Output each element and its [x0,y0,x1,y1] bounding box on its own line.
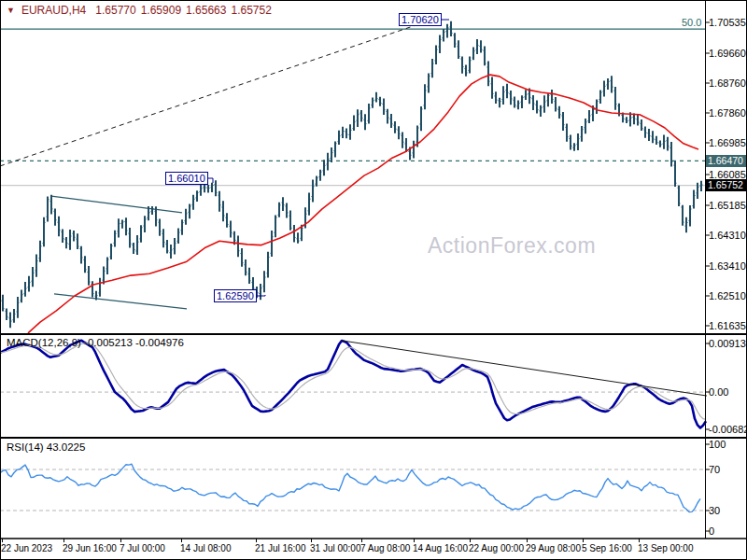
macd-trendline [341,341,707,396]
rsi-axis-label: 30 [709,505,720,516]
time-axis-label: 14 Aug 16:00 [413,543,468,553]
axis-tag-current-price: 1.65752 [706,179,746,191]
price-axis-label: 1.67860 [709,107,746,119]
time-axis-label: 7 Jul 00:00 [120,543,165,553]
time-axis-label: 13 Sep 00:00 [638,543,694,553]
macd-line [0,341,706,428]
symbol-timeframe: EURAUD,H4 [21,4,86,17]
chart-canvas [0,0,747,560]
ohlc-open: 1.65770 [95,4,135,17]
candle-open-close-ticks [2,27,703,321]
rsi-axis-label: 100 [709,439,726,450]
rsi-axis-label: 0 [709,525,714,537]
time-axis-label: 5 Sep 16:00 [582,543,632,553]
macd-axis-label: 0.00913 [709,338,746,349]
axis-tag-level: 1.66470 [706,155,746,167]
rsi-line [0,464,700,511]
price-axis-label: 1.64310 [709,230,746,241]
time-axis-label: 7 Aug 08:00 [360,543,410,553]
time-axis-label: 14 Jul 08:00 [180,543,232,553]
price-axis-label: 1.62510 [709,290,746,301]
time-axis-label: 31 Jul 00:00 [310,543,361,553]
rising-trendline-dashed [0,25,416,166]
price-axis-label: 1.69660 [709,48,746,59]
time-axis-label: 29 Aug 08:00 [526,543,581,553]
triangle-down-icon: ▼ [7,6,15,15]
ohlc-low: 1.65663 [186,4,226,17]
price-axis-label: 1.66985 [709,137,746,148]
macd-signal-line [0,343,706,419]
macd-title: MACD(12,26,9) -0.005213 -0.004976 [7,337,184,348]
chart-header: ▼EURAUD,H41.657701.659091.656631.65752 [7,4,276,17]
ohlc-high: 1.65909 [141,4,181,17]
rsi-title: RSI(14) 43.0225 [7,441,85,453]
time-axis-label: 21 Jul 16:00 [255,543,306,553]
time-axis-label: 29 Jun 16:00 [63,543,117,553]
price-axis-label: 1.68760 [709,77,746,89]
price-annotation-support: 1.62590 [214,289,257,302]
macd-axis-label: 0.00 [709,386,728,398]
rsi-axis-label: 70 [709,464,720,475]
price-axis-label: 1.66085 [709,169,746,180]
time-axis-label: 22 Jun 2023 [1,543,52,553]
macd-axis-label: -0.006823 [709,424,747,435]
time-axis-label: 22 Aug 00:00 [469,543,524,553]
price-annotation-high: 1.70620 [399,13,442,26]
price-annotation-resistance: 1.66010 [165,172,208,185]
channel-upper-line [51,196,182,213]
forex-chart-window: ActionForex.com ▼EURAUD,H41.657701.65909… [0,0,747,560]
price-axis-label: 1.65185 [709,200,746,211]
fib-50-label: 50.0 [682,17,701,28]
price-axis-label: 1.63410 [709,260,746,272]
price-axis-label: 1.61635 [709,320,746,331]
annotation-connector [208,178,213,183]
price-axis-label: 1.70535 [709,17,746,28]
axis-ticks [3,22,711,542]
moving-average-line [28,75,698,333]
ohlc-close: 1.65752 [231,4,271,17]
